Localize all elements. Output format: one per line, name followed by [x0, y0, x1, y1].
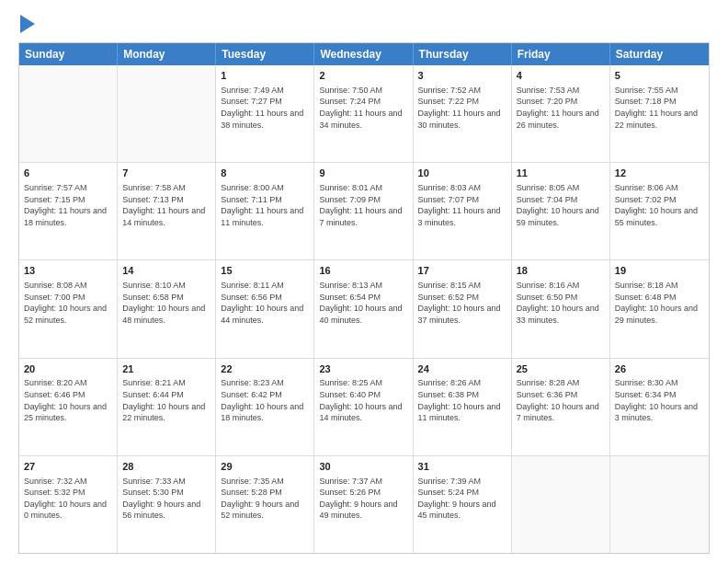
- header-day-tuesday: Tuesday: [216, 43, 314, 65]
- calendar-cell-w1-d5: 3Sunrise: 7:52 AM Sunset: 7:22 PM Daylig…: [414, 65, 512, 162]
- calendar-cell-w3-d3: 15Sunrise: 8:11 AM Sunset: 6:56 PM Dayli…: [216, 260, 314, 357]
- day-number: 12: [615, 167, 704, 180]
- calendar-body: 1Sunrise: 7:49 AM Sunset: 7:27 PM Daylig…: [19, 65, 709, 553]
- day-info: Sunrise: 8:28 AM Sunset: 6:36 PM Dayligh…: [517, 377, 605, 423]
- day-number: 30: [319, 460, 407, 474]
- calendar-cell-w1-d3: 1Sunrise: 7:49 AM Sunset: 7:27 PM Daylig…: [216, 65, 314, 162]
- day-info: Sunrise: 8:01 AM Sunset: 7:09 PM Dayligh…: [319, 182, 407, 228]
- day-info: Sunrise: 7:49 AM Sunset: 7:27 PM Dayligh…: [221, 85, 309, 131]
- day-number: 28: [122, 460, 210, 474]
- day-info: Sunrise: 7:33 AM Sunset: 5:30 PM Dayligh…: [122, 476, 210, 522]
- logo: [18, 15, 35, 33]
- day-number: 11: [517, 167, 605, 180]
- day-info: Sunrise: 7:39 AM Sunset: 5:24 PM Dayligh…: [418, 476, 506, 522]
- calendar-cell-w3-d7: 19Sunrise: 8:18 AM Sunset: 6:48 PM Dayli…: [610, 260, 709, 357]
- calendar-cell-w2-d1: 6Sunrise: 7:57 AM Sunset: 7:15 PM Daylig…: [19, 163, 118, 259]
- calendar: SundayMondayTuesdayWednesdayThursdayFrid…: [18, 42, 710, 554]
- day-info: Sunrise: 8:10 AM Sunset: 6:58 PM Dayligh…: [122, 280, 210, 326]
- calendar-cell-w3-d2: 14Sunrise: 8:10 AM Sunset: 6:58 PM Dayli…: [118, 260, 216, 357]
- day-number: 31: [418, 460, 506, 474]
- calendar-cell-w1-d2: [118, 65, 216, 162]
- day-info: Sunrise: 8:08 AM Sunset: 7:00 PM Dayligh…: [24, 280, 112, 326]
- calendar-cell-w4-d3: 22Sunrise: 8:23 AM Sunset: 6:42 PM Dayli…: [216, 359, 314, 455]
- day-number: 16: [319, 264, 407, 278]
- calendar-cell-w5-d2: 28Sunrise: 7:33 AM Sunset: 5:30 PM Dayli…: [118, 456, 216, 553]
- day-info: Sunrise: 8:06 AM Sunset: 7:02 PM Dayligh…: [615, 182, 704, 228]
- day-info: Sunrise: 7:57 AM Sunset: 7:15 PM Dayligh…: [24, 182, 112, 228]
- calendar-cell-w1-d7: 5Sunrise: 7:55 AM Sunset: 7:18 PM Daylig…: [610, 65, 709, 162]
- day-info: Sunrise: 8:05 AM Sunset: 7:04 PM Dayligh…: [517, 182, 605, 228]
- calendar-row-4: 20Sunrise: 8:20 AM Sunset: 6:46 PM Dayli…: [19, 359, 709, 456]
- day-number: 8: [221, 167, 309, 180]
- calendar-cell-w4-d1: 20Sunrise: 8:20 AM Sunset: 6:46 PM Dayli…: [19, 359, 118, 455]
- day-info: Sunrise: 7:50 AM Sunset: 7:24 PM Dayligh…: [319, 85, 407, 131]
- calendar-cell-w4-d2: 21Sunrise: 8:21 AM Sunset: 6:44 PM Dayli…: [118, 359, 216, 455]
- day-number: 15: [221, 264, 309, 278]
- calendar-cell-w2-d3: 8Sunrise: 8:00 AM Sunset: 7:11 PM Daylig…: [216, 163, 314, 259]
- day-info: Sunrise: 8:30 AM Sunset: 6:34 PM Dayligh…: [615, 377, 704, 423]
- day-info: Sunrise: 8:20 AM Sunset: 6:46 PM Dayligh…: [24, 377, 112, 423]
- day-number: 18: [517, 264, 605, 278]
- calendar-cell-w5-d7: [610, 456, 709, 553]
- calendar-cell-w1-d4: 2Sunrise: 7:50 AM Sunset: 7:24 PM Daylig…: [314, 65, 413, 162]
- calendar-row-3: 13Sunrise: 8:08 AM Sunset: 7:00 PM Dayli…: [19, 260, 709, 358]
- calendar-cell-w4-d5: 24Sunrise: 8:26 AM Sunset: 6:38 PM Dayli…: [414, 359, 512, 455]
- day-info: Sunrise: 8:11 AM Sunset: 6:56 PM Dayligh…: [221, 280, 309, 326]
- day-number: 26: [615, 362, 704, 376]
- day-number: 14: [122, 264, 210, 278]
- calendar-cell-w5-d1: 27Sunrise: 7:32 AM Sunset: 5:32 PM Dayli…: [19, 456, 118, 553]
- page: SundayMondayTuesdayWednesdayThursdayFrid…: [0, 0, 728, 563]
- day-number: 5: [615, 69, 704, 83]
- calendar-cell-w5-d3: 29Sunrise: 7:35 AM Sunset: 5:28 PM Dayli…: [216, 456, 314, 553]
- day-info: Sunrise: 8:23 AM Sunset: 6:42 PM Dayligh…: [221, 377, 309, 423]
- day-number: 6: [24, 167, 112, 180]
- day-info: Sunrise: 8:21 AM Sunset: 6:44 PM Dayligh…: [122, 377, 210, 423]
- calendar-cell-w5-d6: [512, 456, 610, 553]
- header-day-wednesday: Wednesday: [314, 43, 413, 65]
- day-number: 27: [24, 460, 112, 474]
- day-number: 9: [319, 167, 407, 180]
- calendar-cell-w4-d7: 26Sunrise: 8:30 AM Sunset: 6:34 PM Dayli…: [610, 359, 709, 455]
- calendar-cell-w2-d4: 9Sunrise: 8:01 AM Sunset: 7:09 PM Daylig…: [314, 163, 413, 259]
- day-number: 24: [418, 362, 506, 376]
- calendar-cell-w2-d6: 11Sunrise: 8:05 AM Sunset: 7:04 PM Dayli…: [512, 163, 610, 259]
- calendar-cell-w4-d6: 25Sunrise: 8:28 AM Sunset: 6:36 PM Dayli…: [512, 359, 610, 455]
- calendar-cell-w3-d6: 18Sunrise: 8:16 AM Sunset: 6:50 PM Dayli…: [512, 260, 610, 357]
- calendar-row-1: 1Sunrise: 7:49 AM Sunset: 7:27 PM Daylig…: [19, 65, 709, 163]
- day-info: Sunrise: 8:03 AM Sunset: 7:07 PM Dayligh…: [418, 182, 506, 228]
- header-day-saturday: Saturday: [610, 43, 709, 65]
- header-day-sunday: Sunday: [19, 43, 118, 65]
- day-number: 1: [221, 69, 309, 83]
- day-number: 25: [517, 362, 605, 376]
- day-info: Sunrise: 7:53 AM Sunset: 7:20 PM Dayligh…: [517, 85, 605, 131]
- header-day-thursday: Thursday: [414, 43, 512, 65]
- day-number: 17: [418, 264, 506, 278]
- day-info: Sunrise: 7:55 AM Sunset: 7:18 PM Dayligh…: [615, 85, 704, 131]
- calendar-cell-w4-d4: 23Sunrise: 8:25 AM Sunset: 6:40 PM Dayli…: [314, 359, 413, 455]
- day-number: 29: [221, 460, 309, 474]
- day-number: 20: [24, 362, 112, 376]
- calendar-cell-w2-d5: 10Sunrise: 8:03 AM Sunset: 7:07 PM Dayli…: [414, 163, 512, 259]
- calendar-cell-w5-d5: 31Sunrise: 7:39 AM Sunset: 5:24 PM Dayli…: [414, 456, 512, 553]
- day-info: Sunrise: 8:15 AM Sunset: 6:52 PM Dayligh…: [418, 280, 506, 326]
- day-info: Sunrise: 8:18 AM Sunset: 6:48 PM Dayligh…: [615, 280, 704, 326]
- day-info: Sunrise: 7:32 AM Sunset: 5:32 PM Dayligh…: [24, 476, 112, 522]
- calendar-cell-w1-d1: [19, 65, 118, 162]
- calendar-row-5: 27Sunrise: 7:32 AM Sunset: 5:32 PM Dayli…: [19, 456, 709, 553]
- day-number: 2: [319, 69, 407, 83]
- day-info: Sunrise: 8:25 AM Sunset: 6:40 PM Dayligh…: [319, 377, 407, 423]
- day-number: 3: [418, 69, 506, 83]
- calendar-header: SundayMondayTuesdayWednesdayThursdayFrid…: [19, 43, 709, 65]
- day-info: Sunrise: 7:52 AM Sunset: 7:22 PM Dayligh…: [418, 85, 506, 131]
- calendar-cell-w2-d2: 7Sunrise: 7:58 AM Sunset: 7:13 PM Daylig…: [118, 163, 216, 259]
- day-info: Sunrise: 7:37 AM Sunset: 5:26 PM Dayligh…: [319, 476, 407, 522]
- day-number: 13: [24, 264, 112, 278]
- header-day-friday: Friday: [512, 43, 610, 65]
- day-number: 23: [319, 362, 407, 376]
- day-number: 4: [517, 69, 605, 83]
- calendar-row-2: 6Sunrise: 7:57 AM Sunset: 7:15 PM Daylig…: [19, 163, 709, 260]
- header: [18, 15, 710, 33]
- calendar-cell-w3-d4: 16Sunrise: 8:13 AM Sunset: 6:54 PM Dayli…: [314, 260, 413, 357]
- calendar-cell-w3-d1: 13Sunrise: 8:08 AM Sunset: 7:00 PM Dayli…: [19, 260, 118, 357]
- header-day-monday: Monday: [118, 43, 216, 65]
